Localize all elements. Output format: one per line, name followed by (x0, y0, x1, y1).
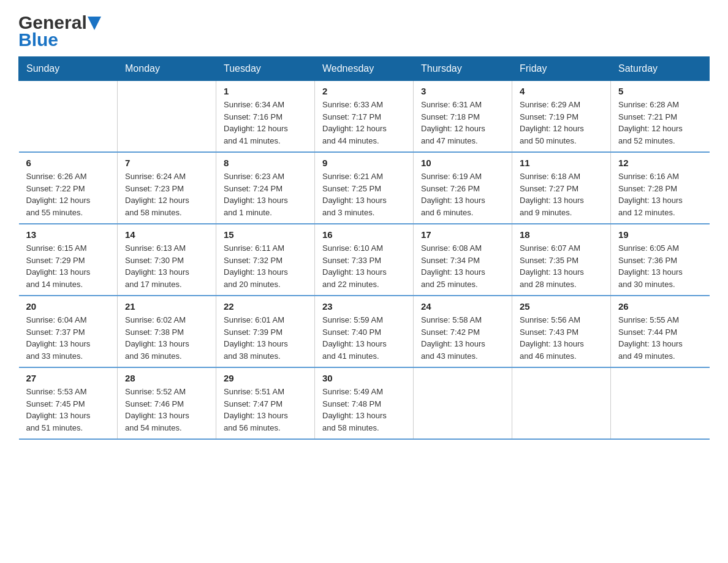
calendar-header-row: SundayMondayTuesdayWednesdayThursdayFrid… (19, 57, 710, 81)
calendar-cell: 6Sunrise: 6:26 AM Sunset: 7:22 PM Daylig… (19, 152, 118, 224)
calendar-cell: 14Sunrise: 6:13 AM Sunset: 7:30 PM Dayli… (118, 224, 216, 296)
calendar-cell (118, 81, 216, 153)
calendar-cell: 1Sunrise: 6:34 AM Sunset: 7:16 PM Daylig… (216, 81, 315, 153)
day-info: Sunrise: 6:13 AM Sunset: 7:30 PM Dayligh… (125, 242, 208, 290)
day-info: Sunrise: 6:02 AM Sunset: 7:38 PM Dayligh… (125, 314, 208, 362)
day-info: Sunrise: 6:28 AM Sunset: 7:21 PM Dayligh… (618, 99, 702, 147)
day-number: 19 (618, 229, 702, 240)
day-info: Sunrise: 6:31 AM Sunset: 7:18 PM Dayligh… (421, 99, 504, 147)
calendar-cell (414, 367, 512, 439)
weekday-header-thursday: Thursday (414, 57, 512, 81)
calendar-cell: 23Sunrise: 5:59 AM Sunset: 7:40 PM Dayli… (315, 296, 414, 367)
calendar-cell: 13Sunrise: 6:15 AM Sunset: 7:29 PM Dayli… (19, 224, 118, 296)
day-number: 13 (26, 229, 110, 240)
day-number: 8 (224, 158, 307, 168)
day-number: 7 (125, 158, 208, 168)
day-info: Sunrise: 6:34 AM Sunset: 7:16 PM Dayligh… (224, 99, 307, 147)
day-number: 12 (618, 158, 702, 168)
weekday-header-tuesday: Tuesday (216, 57, 315, 81)
day-info: Sunrise: 6:29 AM Sunset: 7:19 PM Dayligh… (520, 99, 603, 147)
calendar-cell: 21Sunrise: 6:02 AM Sunset: 7:38 PM Dayli… (118, 296, 216, 367)
day-info: Sunrise: 5:55 AM Sunset: 7:44 PM Dayligh… (618, 314, 702, 362)
calendar-cell: 29Sunrise: 5:51 AM Sunset: 7:47 PM Dayli… (216, 367, 315, 439)
day-number: 17 (421, 229, 504, 240)
calendar-table: SundayMondayTuesdayWednesdayThursdayFrid… (18, 56, 710, 440)
day-info: Sunrise: 5:51 AM Sunset: 7:47 PM Dayligh… (224, 386, 307, 434)
calendar-cell (611, 367, 710, 439)
day-info: Sunrise: 5:52 AM Sunset: 7:46 PM Dayligh… (125, 386, 208, 434)
day-info: Sunrise: 6:21 AM Sunset: 7:25 PM Dayligh… (322, 170, 406, 218)
day-info: Sunrise: 6:33 AM Sunset: 7:17 PM Dayligh… (322, 99, 406, 147)
day-info: Sunrise: 6:04 AM Sunset: 7:37 PM Dayligh… (26, 314, 110, 362)
day-number: 16 (322, 229, 406, 240)
calendar-cell: 2Sunrise: 6:33 AM Sunset: 7:17 PM Daylig… (315, 81, 414, 153)
day-number: 1 (224, 86, 307, 96)
day-number: 22 (224, 301, 307, 312)
day-info: Sunrise: 5:49 AM Sunset: 7:48 PM Dayligh… (322, 386, 406, 434)
day-number: 6 (26, 158, 110, 168)
day-number: 9 (322, 158, 406, 168)
day-info: Sunrise: 6:16 AM Sunset: 7:28 PM Dayligh… (618, 170, 702, 218)
day-number: 21 (125, 301, 208, 312)
calendar-cell: 3Sunrise: 6:31 AM Sunset: 7:18 PM Daylig… (414, 81, 512, 153)
calendar-cell: 15Sunrise: 6:11 AM Sunset: 7:32 PM Dayli… (216, 224, 315, 296)
day-info: Sunrise: 5:56 AM Sunset: 7:43 PM Dayligh… (520, 314, 603, 362)
day-info: Sunrise: 6:23 AM Sunset: 7:24 PM Dayligh… (224, 170, 307, 218)
calendar-cell: 25Sunrise: 5:56 AM Sunset: 7:43 PM Dayli… (512, 296, 611, 367)
calendar-cell: 20Sunrise: 6:04 AM Sunset: 7:37 PM Dayli… (19, 296, 118, 367)
calendar-cell: 24Sunrise: 5:58 AM Sunset: 7:42 PM Dayli… (414, 296, 512, 367)
day-number: 18 (520, 229, 603, 240)
day-number: 20 (26, 301, 110, 312)
calendar-cell: 26Sunrise: 5:55 AM Sunset: 7:44 PM Dayli… (611, 296, 710, 367)
logo: General Blue (18, 12, 101, 50)
day-number: 3 (421, 86, 504, 96)
day-number: 5 (618, 86, 702, 96)
calendar-cell: 12Sunrise: 6:16 AM Sunset: 7:28 PM Dayli… (611, 152, 710, 224)
calendar-cell (19, 81, 118, 153)
day-number: 10 (421, 158, 504, 168)
day-number: 29 (224, 373, 307, 383)
calendar-cell: 5Sunrise: 6:28 AM Sunset: 7:21 PM Daylig… (611, 81, 710, 153)
page-header: General Blue (18, 12, 710, 50)
day-number: 4 (520, 86, 603, 96)
day-number: 26 (618, 301, 702, 312)
calendar-week-row: 6Sunrise: 6:26 AM Sunset: 7:22 PM Daylig… (19, 152, 710, 224)
weekday-header-friday: Friday (512, 57, 611, 81)
day-number: 30 (322, 373, 406, 383)
day-info: Sunrise: 6:18 AM Sunset: 7:27 PM Dayligh… (520, 170, 603, 218)
calendar-week-row: 27Sunrise: 5:53 AM Sunset: 7:45 PM Dayli… (19, 367, 710, 439)
calendar-cell: 16Sunrise: 6:10 AM Sunset: 7:33 PM Dayli… (315, 224, 414, 296)
calendar-cell: 10Sunrise: 6:19 AM Sunset: 7:26 PM Dayli… (414, 152, 512, 224)
day-info: Sunrise: 5:53 AM Sunset: 7:45 PM Dayligh… (26, 386, 110, 434)
day-number: 27 (26, 373, 110, 383)
calendar-week-row: 13Sunrise: 6:15 AM Sunset: 7:29 PM Dayli… (19, 224, 710, 296)
day-info: Sunrise: 6:01 AM Sunset: 7:39 PM Dayligh… (224, 314, 307, 362)
svg-marker-0 (88, 17, 101, 30)
day-number: 15 (224, 229, 307, 240)
day-number: 14 (125, 229, 208, 240)
calendar-cell: 17Sunrise: 6:08 AM Sunset: 7:34 PM Dayli… (414, 224, 512, 296)
day-info: Sunrise: 5:59 AM Sunset: 7:40 PM Dayligh… (322, 314, 406, 362)
day-info: Sunrise: 6:08 AM Sunset: 7:34 PM Dayligh… (421, 242, 504, 290)
day-info: Sunrise: 5:58 AM Sunset: 7:42 PM Dayligh… (421, 314, 504, 362)
calendar-cell: 8Sunrise: 6:23 AM Sunset: 7:24 PM Daylig… (216, 152, 315, 224)
weekday-header-sunday: Sunday (19, 57, 118, 81)
day-info: Sunrise: 6:24 AM Sunset: 7:23 PM Dayligh… (125, 170, 208, 218)
logo-arrow-icon (88, 17, 101, 30)
calendar-cell: 7Sunrise: 6:24 AM Sunset: 7:23 PM Daylig… (118, 152, 216, 224)
day-number: 23 (322, 301, 406, 312)
day-info: Sunrise: 6:10 AM Sunset: 7:33 PM Dayligh… (322, 242, 406, 290)
weekday-header-saturday: Saturday (611, 57, 710, 81)
day-info: Sunrise: 6:07 AM Sunset: 7:35 PM Dayligh… (520, 242, 603, 290)
calendar-cell: 22Sunrise: 6:01 AM Sunset: 7:39 PM Dayli… (216, 296, 315, 367)
calendar-cell: 27Sunrise: 5:53 AM Sunset: 7:45 PM Dayli… (19, 367, 118, 439)
day-number: 24 (421, 301, 504, 312)
day-number: 28 (125, 373, 208, 383)
calendar-cell: 30Sunrise: 5:49 AM Sunset: 7:48 PM Dayli… (315, 367, 414, 439)
calendar-cell: 9Sunrise: 6:21 AM Sunset: 7:25 PM Daylig… (315, 152, 414, 224)
day-number: 2 (322, 86, 406, 96)
calendar-week-row: 20Sunrise: 6:04 AM Sunset: 7:37 PM Dayli… (19, 296, 710, 367)
calendar-cell: 19Sunrise: 6:05 AM Sunset: 7:36 PM Dayli… (611, 224, 710, 296)
calendar-cell: 4Sunrise: 6:29 AM Sunset: 7:19 PM Daylig… (512, 81, 611, 153)
calendar-cell (512, 367, 611, 439)
